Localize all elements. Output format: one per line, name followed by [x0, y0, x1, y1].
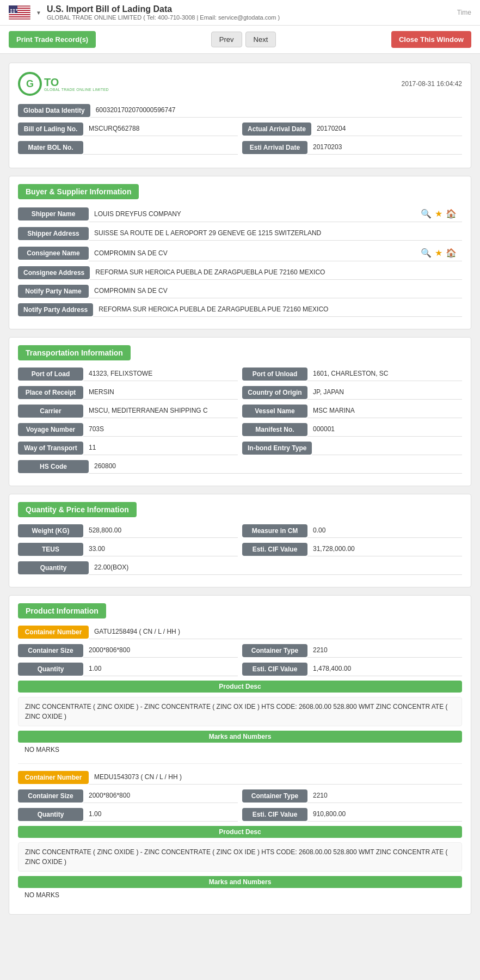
container-2-desc-block: Product Desc ZINC CONCENTRATE ( ZINC OXI…: [18, 826, 462, 872]
consignee-home-icon[interactable]: 🏠: [446, 248, 457, 258]
shipper-search-icon[interactable]: 🔍: [421, 209, 432, 219]
mater-bol-pair: Mater BOL No.: [18, 140, 238, 155]
voyage-manifest-row: Voyage Number 703S Manifest No. 000001: [18, 422, 462, 437]
consignee-name-row: Consignee Name COMPROMIN SA DE CV 🔍 ★ 🏠: [18, 245, 462, 261]
weight-measure-row: Weight (KG) 528,800.00 Measure in CM 0.0…: [18, 524, 462, 538]
container-2-marks-label[interactable]: Marks and Numbers: [18, 876, 462, 888]
container-1-qty-label: Quantity: [18, 663, 83, 676]
consignee-address-row: Consignee Address REFORMA SUR HEROICA PU…: [18, 266, 462, 280]
container-2-size-label: Container Size: [18, 789, 83, 803]
measure-value: 0.00: [307, 524, 462, 538]
container-2-qty-cif-row: Quantity 1.00 Esti. CIF Value 910,800.00: [18, 807, 462, 822]
top-bar: ★★★ ★★ ▼ U.S. Import Bill of Lading Data…: [0, 0, 480, 26]
buyer-supplier-header: Buyer & Supplier Information: [18, 184, 139, 199]
notify-address-label: Notify Party Address: [18, 303, 93, 316]
prev-button[interactable]: Prev: [211, 32, 242, 47]
bol-pair: Bill of Lading No. MSCURQ562788: [18, 122, 238, 136]
container-1-number-label: Container Number: [18, 626, 89, 639]
bol-value: MSCURQ562788: [83, 122, 238, 136]
esti-cif-label: Esti. CIF Value: [242, 543, 307, 556]
container-1-qty-value: 1.00: [83, 662, 238, 676]
container-2-number-value: MEDU1543073 ( CN / L / HH ): [89, 770, 462, 785]
container-1-qty-cif-row: Quantity 1.00 Esti. CIF Value 1,478,400.…: [18, 662, 462, 676]
shipper-home-icon[interactable]: 🏠: [446, 209, 457, 219]
dropdown-arrow[interactable]: ▼: [36, 10, 41, 16]
logo-text-part: TO GLOBAL TRADE ONLINE LIMITED: [44, 77, 109, 91]
weight-value: 528,800.00: [83, 524, 238, 538]
container-2-cif-label: Esti. CIF Value: [242, 808, 307, 821]
container-1-desc-block: Product Desc ZINC CONCENTRATE ( ZINC OXI…: [18, 681, 462, 726]
port-load-label: Port of Load: [18, 367, 83, 381]
container-divider: [18, 763, 462, 764]
nav-buttons: Prev Next: [211, 32, 276, 47]
shipper-address-value: SUISSE SA ROUTE DE L AEROPORT 29 GENEVE …: [89, 226, 462, 241]
notify-address-value: REFORMA SUR HEROICA PUEBLA DE ZARAGPUEBL…: [93, 303, 462, 317]
container-1-type-value: 2210: [307, 644, 462, 658]
port-load-pair: Port of Load 41323, FELIXSTOWE: [18, 367, 238, 381]
container-2-type-pair: Container Type 2210: [242, 789, 462, 803]
buyer-supplier-card: Buyer & Supplier Information Shipper Nam…: [9, 176, 471, 329]
app-title-block: U.S. Import Bill of Lading Data GLOBAL T…: [47, 4, 280, 21]
measure-label: Measure in CM: [242, 524, 307, 537]
container-2-qty-value: 1.00: [83, 807, 238, 822]
weight-label: Weight (KG): [18, 524, 83, 537]
place-receipt-label: Place of Receipt: [18, 386, 83, 399]
container-2-marks-value: NO MARKS: [18, 888, 462, 902]
esti-arrival-label: Esti Arrival Date: [242, 141, 307, 154]
qty-row: Quantity 22.00(BOX): [18, 561, 462, 575]
actual-arrival-label: Actual Arrival Date: [242, 122, 311, 136]
voyage-value: 703S: [83, 422, 238, 437]
container-2-type-label: Container Type: [242, 789, 307, 803]
svg-text:★★: ★★: [10, 10, 15, 14]
manifest-pair: Manifest No. 000001: [242, 422, 462, 437]
container-2-block: Container Number MEDU1543073 ( CN / L / …: [18, 770, 462, 902]
container-1-size-value: 2000*806*800: [83, 644, 238, 658]
container-1-type-label: Container Type: [242, 644, 307, 657]
product-info-card: Product Information Container Number GAT…: [9, 595, 471, 915]
shipper-star-icon[interactable]: ★: [435, 209, 442, 219]
shipper-address-label: Shipper Address: [18, 227, 89, 240]
container-1-desc-label[interactable]: Product Desc: [18, 681, 462, 693]
company-logo: G TO GLOBAL TRADE ONLINE LIMITED: [18, 72, 109, 96]
flag-icon[interactable]: ★★★ ★★: [9, 5, 30, 20]
port-unload-pair: Port of Unload 1601, CHARLESTON, SC: [242, 367, 462, 381]
container-1-qty-pair: Quantity 1.00: [18, 662, 238, 676]
container-1-cif-label: Esti. CIF Value: [242, 663, 307, 676]
container-1-block: Container Number GATU1258494 ( CN / L / …: [18, 625, 462, 757]
actual-arrival-pair: Actual Arrival Date 20170204: [242, 122, 462, 136]
container-1-cif-value: 1,478,400.00: [307, 662, 462, 676]
container-1-size-pair: Container Size 2000*806*800: [18, 644, 238, 658]
logo-main-text: TO: [44, 77, 109, 88]
shipper-name-value: LOUIS DREYFUS COMPANY 🔍 ★ 🏠: [89, 206, 462, 222]
global-data-value: 6003201702070000596747: [90, 103, 462, 118]
qty-price-header: Quantity & Price Information: [18, 502, 137, 517]
country-origin-value: JP, JAPAN: [307, 385, 462, 400]
consignee-star-icon[interactable]: ★: [435, 248, 442, 258]
shipper-name-label: Shipper Name: [18, 207, 89, 220]
container-1-marks-block: Marks and Numbers NO MARKS: [18, 731, 462, 757]
container-1-cif-pair: Esti. CIF Value 1,478,400.00: [242, 662, 462, 676]
inbond-label: In-bond Entry Type: [242, 442, 312, 455]
next-button[interactable]: Next: [245, 32, 276, 47]
carrier-vessel-row: Carrier MSCU, MEDITERRANEAN SHIPPING C V…: [18, 404, 462, 418]
logo-area: G TO GLOBAL TRADE ONLINE LIMITED 2017-08…: [18, 72, 462, 96]
consignee-name-label: Consignee Name: [18, 247, 89, 260]
container-1-marks-label[interactable]: Marks and Numbers: [18, 731, 462, 743]
global-data-label: Global Data Identity: [18, 104, 90, 117]
consignee-search-icon[interactable]: 🔍: [421, 248, 432, 258]
container-1-size-type-row: Container Size 2000*806*800 Container Ty…: [18, 644, 462, 658]
container-1-marks-value: NO MARKS: [18, 743, 462, 757]
way-transport-label: Way of Transport: [18, 442, 83, 455]
actual-arrival-value: 20170204: [311, 122, 462, 136]
close-button[interactable]: Close This Window: [391, 31, 471, 48]
carrier-label: Carrier: [18, 405, 83, 418]
print-button[interactable]: Print Trade Record(s): [9, 31, 96, 48]
manifest-label: Manifest No.: [242, 423, 307, 436]
company-info: GLOBAL TRADE ONLINE LIMITED ( Tel: 400-7…: [47, 14, 280, 21]
container-2-desc-label[interactable]: Product Desc: [18, 826, 462, 838]
app-title: U.S. Import Bill of Lading Data: [47, 4, 280, 14]
notify-name-label: Notify Party Name: [18, 285, 89, 298]
port-unload-value: 1601, CHARLESTON, SC: [307, 367, 462, 381]
way-transport-value: 11: [83, 441, 238, 455]
container-2-desc-value: ZINC CONCENTRATE ( ZINC OXIDE ) - ZINC C…: [18, 842, 462, 872]
